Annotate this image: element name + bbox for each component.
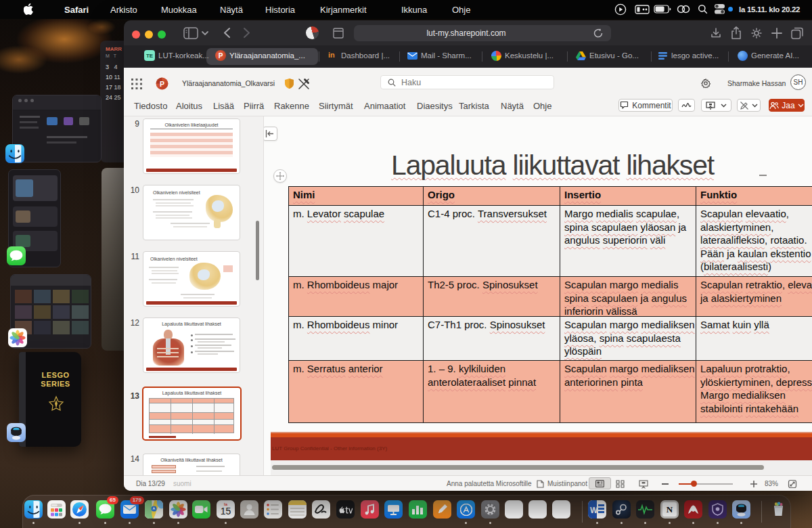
- svg-text:P: P: [160, 80, 164, 88]
